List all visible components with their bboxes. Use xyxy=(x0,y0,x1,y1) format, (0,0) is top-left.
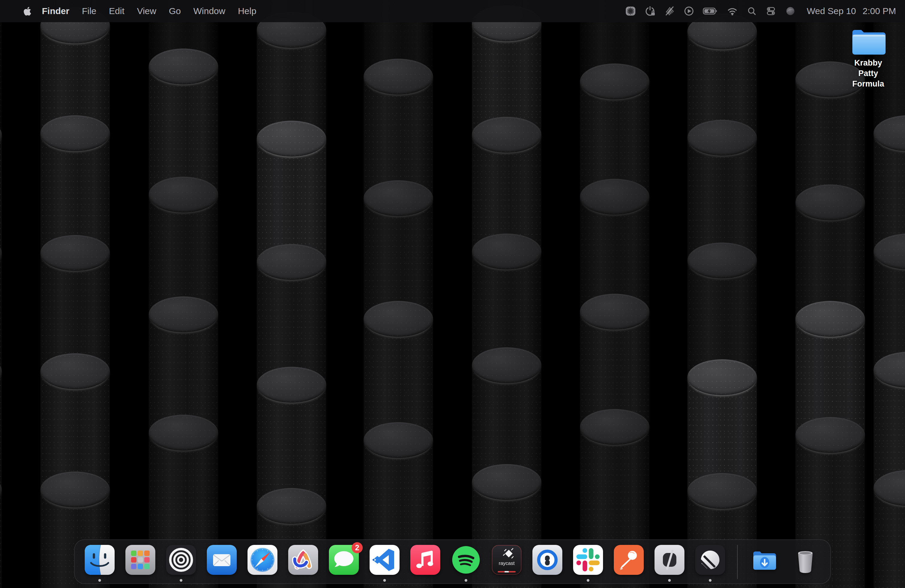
wifi-status-icon[interactable] xyxy=(726,5,738,17)
menu-bar-menus: FinderFileEditViewGoWindowHelp xyxy=(36,6,263,16)
running-indicator-dot xyxy=(98,579,101,582)
dock-item-spotify[interactable] xyxy=(451,545,481,575)
menu-view[interactable]: View xyxy=(131,6,162,16)
wallpaper-cylinder-column xyxy=(472,0,541,588)
now-playing-status-icon[interactable] xyxy=(683,5,695,17)
wallpaper-cylinder-column xyxy=(257,0,326,588)
dock-item-arc-browser[interactable] xyxy=(288,545,318,575)
menu-file[interactable]: File xyxy=(76,6,103,16)
menu-window[interactable]: Window xyxy=(187,6,232,16)
wallpaper-cylinder-column xyxy=(364,0,433,588)
cylinder-cap xyxy=(40,353,110,389)
cylinder-cap xyxy=(40,115,110,151)
safari-icon xyxy=(248,545,278,575)
cylinder-cap xyxy=(687,120,757,156)
cylinder-segment xyxy=(257,138,326,262)
mail-icon xyxy=(207,545,237,575)
dock-divider xyxy=(737,545,738,579)
wallpaper-cylinder-column xyxy=(687,0,757,588)
dock-item-messages[interactable]: 2 xyxy=(329,545,359,575)
cylinder-cap xyxy=(687,473,757,509)
macos-desktop: FinderFileEditViewGoWindowHelp Wed Sep 1… xyxy=(0,0,905,588)
apple-menu-icon[interactable] xyxy=(23,6,32,16)
cylinder-segment xyxy=(0,253,2,371)
dock-item-finder[interactable] xyxy=(85,545,114,575)
1password-icon xyxy=(532,545,562,575)
menu-finder[interactable]: Finder xyxy=(36,6,76,16)
folder-icon xyxy=(851,28,886,57)
cylinder-segment xyxy=(0,135,2,253)
dock-item-linear[interactable] xyxy=(695,545,725,575)
folder-label: Krabby Patty Formula xyxy=(848,58,889,89)
running-indicator-dot xyxy=(709,579,712,582)
running-indicator-dot xyxy=(180,579,183,582)
menu-bar-date: Wed Sep 10 xyxy=(807,6,856,16)
cylinder-cap xyxy=(687,243,757,278)
cylinder-cap xyxy=(472,347,541,383)
status-icons xyxy=(625,5,796,17)
wallpaper-cylinder-column xyxy=(0,0,2,588)
wallpaper-cylinder-column xyxy=(580,0,649,588)
desktop-folder-krabby-patty-formula[interactable]: Krabby Patty Formula xyxy=(848,28,889,89)
cylinder-cap xyxy=(149,49,218,84)
starburst-status-icon[interactable] xyxy=(625,5,637,17)
cylinder-cap xyxy=(472,117,541,153)
cylinder-cap xyxy=(257,244,326,280)
power-lock-status-icon[interactable] xyxy=(644,5,656,17)
cylinder-cap xyxy=(472,234,541,269)
menu-help[interactable]: Help xyxy=(232,6,263,16)
wallpaper-cylinder-column xyxy=(40,0,110,588)
sphere-status-icon[interactable] xyxy=(784,5,796,17)
svg-text:raycast: raycast xyxy=(499,561,515,566)
spotlight-search-status-icon[interactable] xyxy=(746,5,757,17)
dock-item-mail[interactable] xyxy=(207,545,237,575)
cylinder-segment xyxy=(149,67,218,195)
cylinder-cap xyxy=(580,64,649,99)
menu-bar-time: 2:00 PM xyxy=(862,6,896,16)
cylinder-segment xyxy=(257,262,326,385)
cylinder-cap xyxy=(149,296,218,332)
dock-item-apple-music[interactable] xyxy=(410,545,440,575)
cylinder-cap xyxy=(364,180,433,216)
running-indicator-dot xyxy=(383,579,386,582)
dock-item-safari[interactable] xyxy=(248,545,278,575)
dock-item-postman[interactable] xyxy=(614,545,644,575)
dock-item-launchpad[interactable] xyxy=(125,545,155,575)
cylinder-cap xyxy=(149,176,218,213)
cylinder-cap xyxy=(795,184,865,220)
dock-item-slack[interactable] xyxy=(573,545,603,575)
dock-item-trash-empty[interactable] xyxy=(791,545,820,575)
dock-item-downloads-folder[interactable] xyxy=(750,545,780,575)
cylinder-segment xyxy=(687,138,757,261)
dock-item-1password[interactable] xyxy=(532,545,562,575)
cylinder-segment xyxy=(795,79,865,202)
vscode-icon xyxy=(370,545,400,575)
cylinder-cap xyxy=(795,301,865,337)
dock-item-vscode[interactable] xyxy=(370,545,400,575)
cylinder-cap xyxy=(257,367,326,403)
dock-item-bullseye-rings[interactable] xyxy=(166,545,196,575)
downloads-folder-icon xyxy=(750,545,780,575)
hatched-mute-status-icon[interactable] xyxy=(664,5,675,17)
battery-charging-status-icon[interactable] xyxy=(702,5,719,17)
slack-icon xyxy=(573,545,603,575)
dock-item-dia[interactable] xyxy=(654,545,684,575)
control-center-status-icon[interactable] xyxy=(765,5,777,17)
dia-icon xyxy=(654,545,684,575)
postman-icon xyxy=(614,545,644,575)
running-indicator-dot xyxy=(668,579,671,582)
menu-bar-clock[interactable]: Wed Sep 10 2:00 PM xyxy=(807,6,896,16)
bullseye-rings-icon xyxy=(166,545,196,575)
cylinder-cap xyxy=(257,121,326,157)
cylinder-cap xyxy=(580,294,649,330)
finder-icon xyxy=(85,545,114,575)
trash-empty-icon xyxy=(791,545,820,575)
dock-item-raycast[interactable]: raycast xyxy=(492,545,522,575)
menu-edit[interactable]: Edit xyxy=(103,6,131,16)
apple-music-icon xyxy=(410,545,440,575)
cylinder-cap xyxy=(580,179,649,215)
cylinder-cap xyxy=(580,409,649,445)
cylinder-cap xyxy=(40,472,110,507)
menu-go[interactable]: Go xyxy=(162,6,187,16)
raycast-icon: raycast xyxy=(492,545,522,575)
